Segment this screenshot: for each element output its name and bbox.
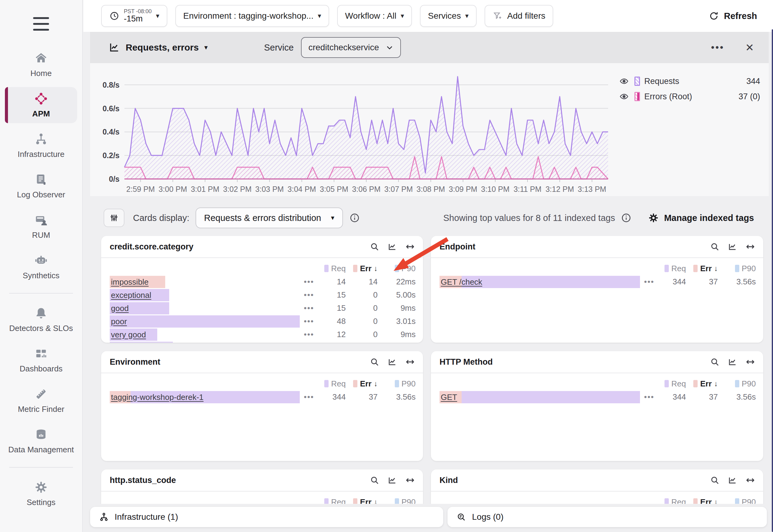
sidebar-item-synthetics[interactable]: Synthetics [5, 249, 77, 285]
chart-icon[interactable] [728, 357, 737, 367]
chart-icon[interactable] [728, 475, 737, 485]
tag-card-endpoint: EndpointReqErr↓P90GET /check•••344373.56… [431, 236, 763, 343]
chart-icon[interactable] [387, 357, 397, 367]
sidebar-item-data-management[interactable]: Data Management [5, 423, 77, 459]
infrastructure-button[interactable]: Infrastructure (1) [90, 507, 443, 527]
row-more-options[interactable]: ••• [640, 392, 658, 402]
sidebar-item-apm[interactable]: APM [5, 87, 77, 123]
workflow-filter[interactable]: Workflow : All▾ [337, 5, 412, 27]
column-req[interactable]: Req [300, 379, 346, 389]
cards-display-select[interactable]: Requests & errors distribution ▾ [196, 207, 343, 228]
search-icon[interactable] [370, 357, 379, 367]
tag-value-row: fair•••1609ms [110, 341, 416, 343]
tag-value-link[interactable]: poor [110, 317, 127, 326]
metric-selector-dropdown[interactable]: Requests, errors ▾ [109, 42, 208, 53]
req-value: 14 [318, 277, 346, 287]
row-more-options[interactable]: ••• [300, 277, 318, 287]
distribution-bar-zone: very good [110, 329, 300, 341]
column-req[interactable]: Req [300, 264, 346, 273]
tag-value-link[interactable]: very good [110, 330, 146, 339]
err-swatch [693, 380, 698, 387]
expand-horizontal-icon[interactable] [405, 242, 415, 252]
svg-text:3:07 PM: 3:07 PM [384, 185, 413, 193]
hamburger-menu-icon[interactable] [33, 17, 49, 31]
environment-filter[interactable]: Environment : tagging-workshop...▾ [175, 5, 329, 27]
expand-horizontal-icon[interactable] [405, 357, 415, 367]
close-panel-button[interactable]: ✕ [745, 41, 754, 54]
add-filters-button[interactable]: Add filters [485, 5, 554, 27]
distribution-bar-zone: tagging-workshop-derek-1 [110, 391, 300, 403]
services-filter[interactable]: Services▾ [420, 5, 476, 27]
svg-text:0.8/s: 0.8/s [102, 81, 120, 89]
search-icon[interactable] [710, 242, 720, 252]
tag-value-row: poor•••4803.01s [110, 315, 416, 328]
p90-value: 3.01s [378, 317, 416, 326]
chart-icon[interactable] [387, 242, 397, 252]
search-icon[interactable] [370, 242, 379, 252]
column-req[interactable]: Req [640, 379, 686, 389]
tag-card-credit-score-category: credit.score.categoryReqErr↓P90impossibl… [101, 236, 423, 343]
card-title: Kind [440, 476, 458, 485]
info-icon[interactable] [349, 212, 360, 223]
row-more-options[interactable]: ••• [300, 330, 318, 339]
info-icon[interactable] [621, 212, 632, 223]
sidebar-item-label: Dashboards [20, 364, 63, 373]
row-more-options[interactable]: ••• [300, 392, 318, 402]
req-value: 344 [318, 392, 346, 402]
service-select[interactable]: creditcheckservice [301, 37, 401, 58]
column-err-sorted[interactable]: Err↓ [686, 379, 718, 389]
column-err-sorted[interactable]: Err↓ [346, 379, 378, 389]
expand-horizontal-icon[interactable] [745, 475, 755, 485]
svg-text:3:12 PM: 3:12 PM [546, 185, 574, 193]
row-more-options[interactable]: ••• [300, 317, 318, 326]
sidebar-item-log-observer[interactable]: Log Observer [5, 168, 77, 204]
eye-icon[interactable] [619, 76, 629, 86]
expand-horizontal-icon[interactable] [745, 242, 755, 252]
search-icon[interactable] [710, 357, 720, 367]
column-p90[interactable]: P90 [718, 379, 756, 389]
expand-horizontal-icon[interactable] [745, 357, 755, 367]
row-more-options[interactable]: ••• [300, 290, 318, 300]
manage-indexed-tags-button[interactable]: Manage indexed tags [648, 212, 754, 224]
column-p90[interactable]: P90 [378, 264, 416, 273]
tag-value-link[interactable]: GET /check [440, 277, 482, 287]
tag-value-link[interactable]: exceptional [110, 291, 151, 300]
chart-icon[interactable] [387, 475, 397, 485]
sidebar-item-infrastructure[interactable]: Infrastructure [5, 127, 77, 164]
expand-horizontal-icon[interactable] [405, 475, 415, 485]
time-picker[interactable]: PST -08:00 -15m ▾ [101, 5, 167, 27]
infrastructure-icon [34, 132, 48, 146]
column-err-sorted[interactable]: Err↓ [686, 264, 718, 273]
sidebar-item-detectors-slos[interactable]: Detectors & SLOs [5, 302, 77, 338]
column-err-sorted[interactable]: Err↓ [346, 264, 378, 273]
sidebar-item-dashboards[interactable]: Dashboards [5, 342, 77, 378]
card-title: HTTP Method [440, 357, 493, 367]
search-icon[interactable] [370, 475, 379, 485]
chart-icon[interactable] [728, 242, 737, 252]
column-p90[interactable]: P90 [718, 264, 756, 273]
row-more-options[interactable]: ••• [300, 303, 318, 313]
tag-value-link[interactable]: impossible [110, 277, 149, 287]
column-p90[interactable]: P90 [378, 379, 416, 389]
sidebar-item-label: APM [32, 109, 50, 118]
column-req[interactable]: Req [640, 264, 686, 273]
sidebar-item-rum[interactable]: RUM [5, 208, 77, 245]
row-more-options[interactable]: ••• [640, 277, 658, 287]
eye-icon[interactable] [619, 92, 629, 101]
tag-value-row: impossible•••141422ms [110, 275, 416, 288]
card-title: Endpoint [440, 242, 475, 252]
search-icon[interactable] [710, 475, 720, 485]
more-options-button[interactable]: ••• [711, 42, 725, 53]
sidebar-item-home[interactable]: Home [5, 47, 77, 83]
sidebar-item-settings[interactable]: Settings [5, 476, 77, 512]
tag-value-link[interactable]: tagging-workshop-derek-1 [110, 393, 204, 402]
logs-button[interactable]: Logs (0) [447, 507, 767, 527]
p90-swatch [395, 380, 399, 387]
clock-icon [109, 11, 120, 21]
svg-text:0.2/s: 0.2/s [102, 151, 120, 160]
tag-value-link[interactable]: good [110, 304, 129, 313]
tag-value-link[interactable]: GET [440, 393, 457, 402]
refresh-button[interactable]: Refresh [709, 11, 757, 21]
sidebar-item-metric-finder[interactable]: Metric Finder [5, 382, 77, 419]
card-settings-button[interactable] [104, 209, 124, 227]
